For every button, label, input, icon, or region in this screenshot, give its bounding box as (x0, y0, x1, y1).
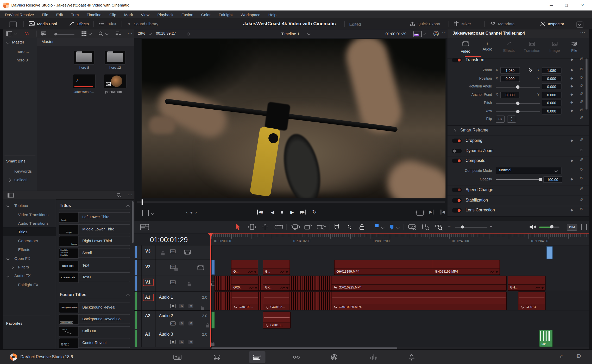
auto-select-icon[interactable]: <> (170, 321, 176, 325)
tab-audio[interactable]: ♪ Audio (479, 40, 496, 52)
flag-chevron-icon[interactable] (381, 226, 384, 229)
overlay-chevron-icon[interactable] (151, 212, 154, 215)
film-icon[interactable] (184, 250, 191, 254)
menu-view[interactable]: View (141, 12, 149, 17)
viewer-timeline-name[interactable]: Timeline 1 (281, 31, 299, 36)
quick-export-button[interactable]: Quick Export (410, 21, 440, 26)
anchor-y-input[interactable]: 0.000 (542, 92, 561, 98)
timeline-playhead[interactable] (210, 233, 211, 347)
position-lock-icon[interactable] (359, 224, 365, 230)
menu-clip[interactable]: Clip (109, 12, 116, 17)
clip-fragments[interactable] (289, 292, 332, 311)
keyframe-icon[interactable]: ◆ (570, 109, 573, 113)
loop-button[interactable]: ↻ (312, 209, 317, 215)
cinema-viewer-icon[interactable] (417, 210, 424, 216)
master-bin-chevron-icon[interactable] (6, 41, 9, 44)
tree-filters[interactable]: Filters (18, 265, 29, 269)
reset-icon[interactable]: ↺ (580, 137, 583, 142)
lock-icon[interactable] (211, 343, 214, 346)
zoom-full-extent-icon[interactable] (408, 224, 417, 230)
transform-overlay-icon[interactable] (142, 210, 149, 216)
clip-fragments[interactable] (215, 292, 232, 311)
effects-options-menu[interactable]: ··· (128, 193, 133, 197)
opacity-input[interactable]: 100.00 (543, 176, 562, 183)
timeline-clip[interactable]: G... ◆ (231, 260, 258, 275)
mute-button[interactable]: M (188, 304, 193, 308)
timeline-scrollbar-thumb[interactable] (211, 347, 397, 349)
media-pool-options-menu[interactable]: ··· (128, 31, 133, 35)
keyframe-icon[interactable]: ◆ (570, 208, 573, 212)
zoom-in-button[interactable]: + (490, 224, 492, 229)
fusion-title-template[interactable]: Background Reveal Background Reveal Lo..… (59, 314, 134, 324)
viewer-zoom-level[interactable]: 28% (138, 31, 145, 35)
color-viewer-icon[interactable] (433, 30, 439, 36)
track-a2-name[interactable]: Audio 2 (159, 313, 173, 318)
timeline-clip[interactable]: GX... ◆ (263, 276, 290, 291)
bin-hero[interactable]: hero ... (17, 49, 29, 54)
proxy-chevron-icon[interactable] (423, 32, 426, 35)
smart-bin-keywords[interactable]: Keywords (14, 169, 32, 173)
previous-marker-icon[interactable]: ◀ (440, 210, 445, 215)
keyframe-icon[interactable]: ◆ (570, 92, 573, 96)
reset-icon[interactable]: ↺ (580, 186, 583, 191)
page-fairlight[interactable] (366, 352, 382, 363)
razor-tool-icon[interactable] (274, 224, 283, 230)
marker-icon[interactable] (389, 224, 394, 230)
reset-icon[interactable]: ↺ (580, 75, 583, 80)
menu-color[interactable]: Color (201, 12, 211, 17)
swap-clips-icon[interactable] (317, 224, 326, 230)
filters-chevron-icon[interactable] (11, 266, 14, 269)
lens-correction-section[interactable]: Lens Correction (465, 208, 495, 212)
tab-transition[interactable]: Transition (521, 41, 543, 53)
clip-fragments[interactable] (215, 276, 232, 291)
snapping-magnet-icon[interactable] (333, 224, 340, 231)
keyframe-icon[interactable]: ◆ (570, 139, 573, 142)
timeline-clip[interactable]: GH013199.MP4 (334, 260, 433, 275)
track-v1-label[interactable]: V1 (145, 280, 150, 284)
unlink-media-icon[interactable] (24, 31, 30, 36)
play-button[interactable]: ▶ (290, 210, 294, 215)
zoom-custom-icon[interactable] (434, 224, 444, 230)
panel-layout-dropdown[interactable] (577, 22, 583, 28)
track-a1-name[interactable]: Audio 1 (159, 295, 173, 299)
tree-fairlight-fx[interactable]: Fairlight FX (18, 283, 39, 287)
tree-video-transitions[interactable]: Video Transitions (18, 212, 49, 217)
menu-edit[interactable]: Edit (56, 12, 63, 17)
zoom-out-button[interactable]: − (448, 223, 451, 229)
zoom-chevron-icon[interactable] (149, 32, 152, 35)
clip-thumbnail-audio[interactable]: ♪ (73, 74, 96, 88)
keyframe-icon[interactable]: ◆ (570, 101, 573, 104)
timeline-clip[interactable]: GH... ◆ (508, 276, 546, 291)
menu-trim[interactable]: Trim (71, 12, 79, 17)
title-template[interactable]: Sample Left Lower Third (59, 212, 134, 222)
lens-correction-toggle[interactable] (452, 208, 462, 212)
title-template[interactable]: Custom Title Text+ (59, 272, 134, 282)
stabilization-section[interactable]: Stabilization (465, 198, 488, 202)
rotation-input[interactable]: 0.000 (542, 84, 561, 90)
maximize-button[interactable]: □ (561, 0, 572, 11)
tree-effects[interactable]: Effects (18, 247, 30, 252)
audio-monitor-speaker-icon[interactable] (529, 224, 536, 230)
timeline-playhead-timecode[interactable]: 01:00:01:29 (150, 236, 188, 244)
mute-button[interactable]: M (188, 321, 193, 325)
tree-toolbox[interactable]: Toolbox (14, 203, 28, 208)
menu-workspace[interactable]: Workspace (241, 12, 260, 17)
search-chevron-icon[interactable] (105, 32, 108, 35)
menu-help[interactable]: Help (268, 12, 276, 17)
mixer-button[interactable]: Mixer (454, 21, 471, 26)
page-edit-active[interactable] (249, 351, 266, 363)
reset-icon[interactable]: ↺ (580, 83, 583, 88)
keyframe-icon[interactable]: ◆ (570, 177, 573, 181)
grid-view-icon[interactable] (81, 31, 86, 36)
zoom-y-input[interactable]: 1.080 (542, 67, 561, 74)
film-icon[interactable] (198, 266, 204, 270)
keyframe-icon[interactable]: ◆ (570, 76, 573, 80)
tree-open-fx[interactable]: Open FX (14, 256, 30, 260)
reset-icon[interactable]: ↺ (580, 148, 583, 153)
reset-icon[interactable]: ↺ (580, 99, 583, 104)
proxy-badge[interactable]: PXY (413, 31, 422, 37)
minimize-button[interactable]: ─ (546, 0, 557, 11)
dynamic-zoom-toggle[interactable] (452, 149, 462, 153)
reset-icon[interactable]: ↺ (580, 197, 583, 202)
timeline-clip[interactable]: GH023199.MP4 ◆ (433, 260, 500, 275)
